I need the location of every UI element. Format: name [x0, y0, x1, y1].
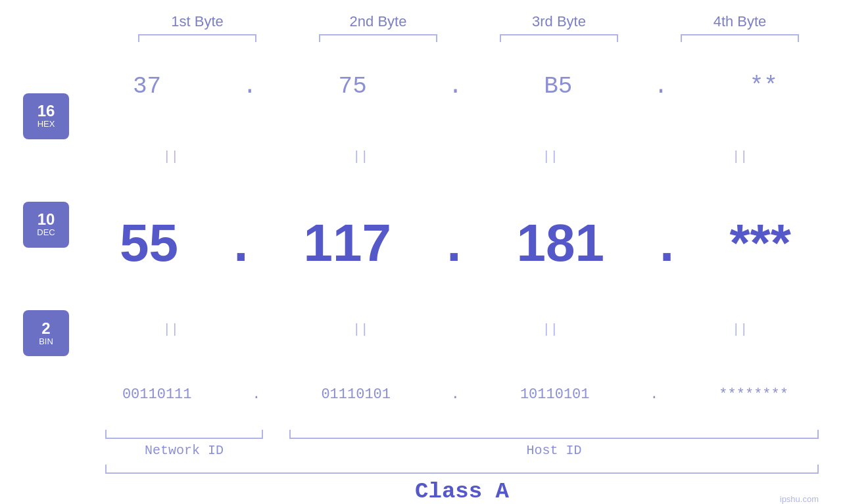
eq1-b3: ||: [478, 149, 623, 164]
dec-b3: 181: [517, 213, 604, 273]
bin-dot3: .: [650, 386, 658, 403]
bin-badge: 2 BIN: [23, 310, 69, 356]
bin-row: 00110111 . 01110101 . 10110101 . *******…: [92, 386, 819, 403]
dec-b4: ***: [729, 213, 790, 273]
badges-column: 16 HEX 10 DEC 2 BIN: [0, 49, 92, 427]
byte1-bracket-top: [138, 34, 256, 42]
bin-b2: 01110101: [321, 386, 391, 403]
hex-b3: B5: [544, 73, 572, 100]
dec-dot3: .: [660, 213, 674, 273]
bin-badge-label: BIN: [39, 336, 53, 346]
eq2-b2: ||: [288, 322, 433, 337]
dec-b2: 117: [304, 213, 391, 273]
bottom-section: Network ID Host ID Class A ipshu.com: [0, 430, 845, 504]
bin-b4: ********: [719, 386, 788, 403]
eq2-b3: ||: [478, 322, 623, 337]
hex-badge: 16 HEX: [23, 93, 69, 139]
equals-row-1: || || || ||: [92, 149, 819, 164]
dec-dot2: .: [447, 213, 461, 273]
hex-badge-label: HEX: [37, 119, 55, 129]
dec-dot1: .: [233, 213, 248, 273]
dec-row: 55 . 117 . 181 . ***: [92, 213, 819, 273]
byte2-bracket-top: [319, 34, 437, 42]
hex-dot2: .: [448, 73, 463, 100]
hex-b1: 37: [133, 73, 161, 100]
hex-dot3: .: [654, 73, 668, 100]
host-id-bracket: [289, 430, 819, 439]
network-id-label: Network ID: [105, 443, 263, 458]
byte3-header: 3rd Byte: [493, 13, 625, 30]
bin-b1: 00110111: [122, 386, 192, 403]
byte4-bracket-top: [681, 34, 799, 42]
bin-dot2: .: [451, 386, 460, 403]
hex-dot1: .: [243, 73, 257, 100]
dec-badge-label: DEC: [37, 227, 55, 237]
eq2-b1: ||: [99, 322, 243, 337]
class-label: Class A: [415, 479, 509, 504]
eq1-b4: ||: [667, 149, 812, 164]
host-id-label: Host ID: [289, 443, 819, 458]
byte4-header: 4th Byte: [674, 13, 806, 30]
eq1-b1: ||: [99, 149, 243, 164]
bin-dot1: .: [252, 386, 260, 403]
hex-row: 37 . 75 . B5 . **: [92, 73, 819, 100]
dec-badge: 10 DEC: [23, 202, 69, 248]
hex-badge-number: 16: [37, 103, 55, 119]
class-row: Class A ipshu.com: [105, 479, 819, 504]
hex-b4: **: [750, 73, 778, 100]
outer-bracket: [105, 465, 819, 474]
byte3-bracket-top: [500, 34, 618, 42]
watermark: ipshu.com: [780, 494, 819, 504]
bin-badge-number: 2: [41, 321, 50, 336]
eq1-b2: ||: [288, 149, 433, 164]
hex-b2: 75: [339, 73, 367, 100]
equals-row-2: || || || ||: [92, 322, 819, 337]
eq2-b4: ||: [667, 322, 812, 337]
byte1-header: 1st Byte: [132, 13, 263, 30]
byte2-header: 2nd Byte: [312, 13, 444, 30]
bin-b3: 10110101: [520, 386, 590, 403]
main-container: 1st Byte 2nd Byte 3rd Byte 4th Byte 16 H…: [0, 0, 845, 504]
dec-badge-number: 10: [37, 212, 55, 227]
network-id-bracket: [105, 430, 263, 439]
dec-b1: 55: [120, 213, 178, 273]
